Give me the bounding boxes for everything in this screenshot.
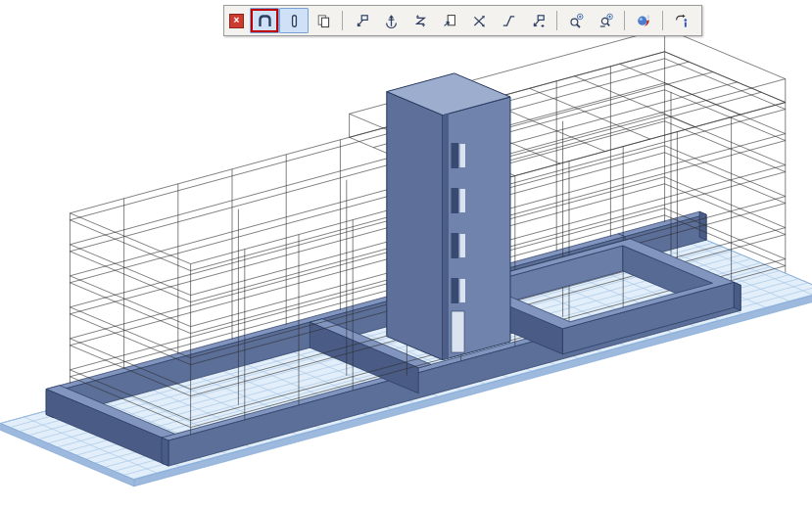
skew-tool-button[interactable]: [464, 8, 494, 33]
column-tool-button[interactable]: [279, 8, 309, 33]
3d-viewport[interactable]: [0, 0, 812, 508]
stretch-height-tool-button[interactable]: [406, 8, 435, 33]
close-button[interactable]: ×: [229, 14, 244, 28]
toolbar-separator: [556, 11, 557, 30]
drag-tool-button[interactable]: [347, 8, 376, 33]
modify-profile-icon: [442, 13, 458, 29]
tower-corner-strip: [443, 114, 449, 360]
zoom-plus-icon: [568, 13, 585, 29]
render-3d-tool-button[interactable]: [629, 8, 658, 33]
drag-copy-icon: [530, 13, 547, 29]
zoom-extent-icon: [597, 13, 614, 29]
drag-copy-tool-button[interactable]: [523, 8, 552, 33]
slant-icon: [501, 13, 517, 29]
skew-icon: [471, 13, 488, 29]
column-tool-icon: [286, 13, 303, 29]
slant-tool-button[interactable]: [494, 8, 523, 33]
modify-profile-tool-button[interactable]: [435, 8, 464, 33]
wall-tool-button[interactable]: [250, 8, 279, 33]
drag-icon: [354, 13, 370, 29]
wall-tool-icon: [257, 13, 273, 29]
copy-icon: [315, 13, 332, 29]
tower-door: [452, 311, 464, 352]
toolbar-separator: [662, 11, 663, 30]
core-tower[interactable]: [387, 73, 510, 360]
stretch-height-icon: [412, 13, 429, 29]
info-icon: [674, 13, 691, 29]
toolbar-separator: [624, 11, 625, 30]
render-3d-icon: [636, 13, 652, 29]
tower-left-face[interactable]: [387, 92, 443, 360]
copy-tool-button[interactable]: [309, 8, 338, 33]
zoom-plus-tool-button[interactable]: [561, 8, 591, 33]
wall-end[interactable]: [162, 438, 168, 466]
wall-end[interactable]: [734, 282, 740, 310]
floating-toolbar: ×: [223, 5, 702, 36]
application-window: ×: [0, 0, 812, 508]
zoom-extent-tool-button[interactable]: [591, 8, 620, 33]
elevate-icon: [383, 13, 400, 29]
info-tool-button[interactable]: [667, 8, 696, 33]
toolbar-separator: [342, 11, 343, 30]
elevate-tool-button[interactable]: [376, 8, 406, 33]
